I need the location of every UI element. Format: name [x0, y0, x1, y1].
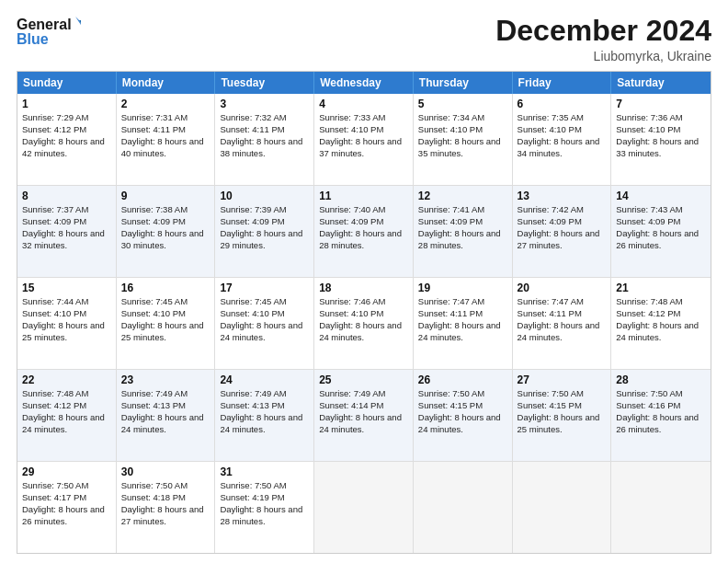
- sunrise-text: Sunrise: 7:46 AM: [319, 296, 408, 308]
- daylight-text: Daylight: 8 hours and 28 minutes.: [319, 228, 408, 252]
- calendar-cell-empty: [513, 462, 612, 553]
- calendar: SundayMondayTuesdayWednesdayThursdayFrid…: [17, 71, 711, 554]
- calendar-cell-day-6: 6 Sunrise: 7:35 AM Sunset: 4:10 PM Dayli…: [513, 94, 612, 185]
- sunset-text: Sunset: 4:13 PM: [220, 400, 309, 412]
- sunrise-text: Sunrise: 7:34 AM: [418, 112, 507, 124]
- daylight-text: Daylight: 8 hours and 42 minutes.: [22, 136, 111, 160]
- calendar-cell-day-4: 4 Sunrise: 7:33 AM Sunset: 4:10 PM Dayli…: [314, 94, 414, 185]
- daylight-text: Daylight: 8 hours and 24 minutes.: [121, 412, 210, 436]
- daylight-text: Daylight: 8 hours and 27 minutes.: [121, 504, 210, 528]
- sunset-text: Sunset: 4:10 PM: [616, 124, 706, 136]
- logo-svg: General Blue: [17, 15, 81, 48]
- sunset-text: Sunset: 4:10 PM: [22, 308, 111, 320]
- day-number: 27: [518, 373, 607, 387]
- calendar-cell-day-18: 18 Sunrise: 7:46 AM Sunset: 4:10 PM Dayl…: [314, 278, 414, 369]
- day-number: 24: [220, 373, 309, 387]
- day-number: 13: [518, 189, 607, 203]
- sunset-text: Sunset: 4:11 PM: [418, 308, 507, 320]
- day-number: 29: [22, 465, 111, 479]
- sunrise-text: Sunrise: 7:31 AM: [121, 112, 210, 124]
- sunset-text: Sunset: 4:09 PM: [121, 216, 210, 228]
- day-number: 12: [418, 189, 507, 203]
- calendar-cell-day-24: 24 Sunrise: 7:49 AM Sunset: 4:13 PM Dayl…: [215, 370, 314, 461]
- daylight-text: Daylight: 8 hours and 24 minutes.: [319, 320, 408, 344]
- calendar-header-friday: Friday: [513, 72, 612, 94]
- day-number: 8: [22, 189, 111, 203]
- sunset-text: Sunset: 4:13 PM: [121, 400, 210, 412]
- day-number: 3: [220, 97, 309, 111]
- day-number: 26: [418, 373, 507, 387]
- calendar-cell-day-25: 25 Sunrise: 7:49 AM Sunset: 4:14 PM Dayl…: [314, 370, 414, 461]
- sunset-text: Sunset: 4:09 PM: [22, 216, 111, 228]
- sunset-text: Sunset: 4:09 PM: [319, 216, 408, 228]
- day-number: 23: [121, 373, 210, 387]
- calendar-cell-day-20: 20 Sunrise: 7:47 AM Sunset: 4:11 PM Dayl…: [513, 278, 612, 369]
- page: General Blue December 2024 Liubomyrka, U…: [0, 0, 728, 563]
- calendar-header-saturday: Saturday: [611, 72, 711, 94]
- daylight-text: Daylight: 8 hours and 26 minutes.: [22, 504, 111, 528]
- sunset-text: Sunset: 4:11 PM: [121, 124, 210, 136]
- sunrise-text: Sunrise: 7:50 AM: [121, 480, 210, 492]
- daylight-text: Daylight: 8 hours and 33 minutes.: [616, 136, 706, 160]
- calendar-cell-day-5: 5 Sunrise: 7:34 AM Sunset: 4:10 PM Dayli…: [414, 94, 513, 185]
- sunrise-text: Sunrise: 7:36 AM: [616, 112, 706, 124]
- day-number: 7: [616, 97, 706, 111]
- day-number: 10: [220, 189, 309, 203]
- daylight-text: Daylight: 8 hours and 26 minutes.: [616, 412, 706, 436]
- calendar-cell-day-11: 11 Sunrise: 7:40 AM Sunset: 4:09 PM Dayl…: [314, 186, 414, 277]
- daylight-text: Daylight: 8 hours and 30 minutes.: [121, 228, 210, 252]
- calendar-week-0: 1 Sunrise: 7:29 AM Sunset: 4:12 PM Dayli…: [17, 94, 711, 186]
- logo: General Blue: [17, 15, 81, 48]
- sunrise-text: Sunrise: 7:37 AM: [22, 204, 111, 216]
- daylight-text: Daylight: 8 hours and 38 minutes.: [220, 136, 309, 160]
- sunset-text: Sunset: 4:09 PM: [418, 216, 507, 228]
- sunset-text: Sunset: 4:17 PM: [22, 492, 111, 504]
- calendar-cell-day-16: 16 Sunrise: 7:45 AM Sunset: 4:10 PM Dayl…: [117, 278, 216, 369]
- daylight-text: Daylight: 8 hours and 26 minutes.: [616, 228, 706, 252]
- daylight-text: Daylight: 8 hours and 25 minutes.: [518, 412, 607, 436]
- calendar-cell-day-29: 29 Sunrise: 7:50 AM Sunset: 4:17 PM Dayl…: [17, 462, 117, 553]
- sunset-text: Sunset: 4:19 PM: [220, 492, 309, 504]
- calendar-header-wednesday: Wednesday: [314, 72, 414, 94]
- calendar-week-2: 15 Sunrise: 7:44 AM Sunset: 4:10 PM Dayl…: [17, 278, 711, 370]
- sunset-text: Sunset: 4:11 PM: [518, 308, 607, 320]
- calendar-cell-empty: [414, 462, 513, 553]
- sunset-text: Sunset: 4:16 PM: [616, 400, 706, 412]
- day-number: 5: [418, 97, 507, 111]
- sunrise-text: Sunrise: 7:45 AM: [220, 296, 309, 308]
- sunset-text: Sunset: 4:12 PM: [22, 400, 111, 412]
- sunrise-text: Sunrise: 7:40 AM: [319, 204, 408, 216]
- day-number: 15: [22, 281, 111, 295]
- daylight-text: Daylight: 8 hours and 34 minutes.: [518, 136, 607, 160]
- day-number: 6: [518, 97, 607, 111]
- sunrise-text: Sunrise: 7:50 AM: [22, 480, 111, 492]
- day-number: 1: [22, 97, 111, 111]
- daylight-text: Daylight: 8 hours and 24 minutes.: [220, 412, 309, 436]
- day-number: 2: [121, 97, 210, 111]
- day-number: 28: [616, 373, 706, 387]
- daylight-text: Daylight: 8 hours and 37 minutes.: [319, 136, 408, 160]
- daylight-text: Daylight: 8 hours and 24 minutes.: [418, 412, 507, 436]
- sunset-text: Sunset: 4:09 PM: [518, 216, 607, 228]
- daylight-text: Daylight: 8 hours and 24 minutes.: [418, 320, 507, 344]
- calendar-cell-day-27: 27 Sunrise: 7:50 AM Sunset: 4:15 PM Dayl…: [513, 370, 612, 461]
- calendar-cell-day-17: 17 Sunrise: 7:45 AM Sunset: 4:10 PM Dayl…: [215, 278, 314, 369]
- daylight-text: Daylight: 8 hours and 27 minutes.: [518, 228, 607, 252]
- sunrise-text: Sunrise: 7:49 AM: [220, 388, 309, 400]
- sunset-text: Sunset: 4:11 PM: [220, 124, 309, 136]
- main-title: December 2024: [495, 15, 711, 47]
- calendar-cell-day-26: 26 Sunrise: 7:50 AM Sunset: 4:15 PM Dayl…: [414, 370, 513, 461]
- day-number: 9: [121, 189, 210, 203]
- calendar-cell-day-28: 28 Sunrise: 7:50 AM Sunset: 4:16 PM Dayl…: [611, 370, 711, 461]
- sunset-text: Sunset: 4:12 PM: [22, 124, 111, 136]
- calendar-cell-day-19: 19 Sunrise: 7:47 AM Sunset: 4:11 PM Dayl…: [414, 278, 513, 369]
- title-block: December 2024 Liubomyrka, Ukraine: [495, 15, 711, 63]
- sunset-text: Sunset: 4:09 PM: [220, 216, 309, 228]
- daylight-text: Daylight: 8 hours and 25 minutes.: [22, 320, 111, 344]
- daylight-text: Daylight: 8 hours and 29 minutes.: [220, 228, 309, 252]
- sunrise-text: Sunrise: 7:50 AM: [518, 388, 607, 400]
- sunrise-text: Sunrise: 7:50 AM: [220, 480, 309, 492]
- sunrise-text: Sunrise: 7:47 AM: [418, 296, 507, 308]
- day-number: 20: [518, 281, 607, 295]
- calendar-cell-day-31: 31 Sunrise: 7:50 AM Sunset: 4:19 PM Dayl…: [215, 462, 314, 553]
